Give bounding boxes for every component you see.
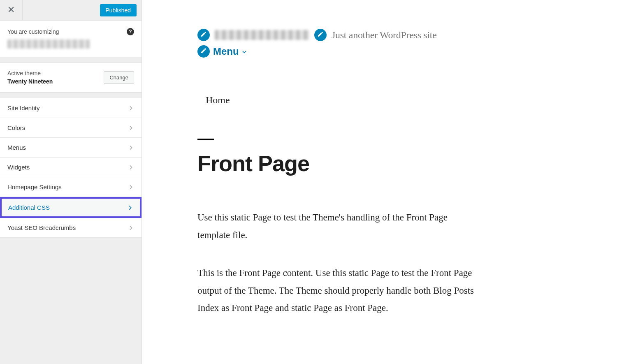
sidebar-item-label: Widgets [7,164,30,171]
pencil-icon [200,47,207,56]
chevron-right-icon [128,105,134,111]
chevron-right-icon [128,225,134,231]
menu-dropdown[interactable]: Menu [213,46,247,57]
sidebar-item-label: Site Identity [7,104,39,111]
content-paragraph: Use this static Page to test the Theme's… [197,209,477,244]
sidebar-item-homepage-settings[interactable]: Homepage Settings [0,177,141,197]
chevron-right-icon [128,184,134,190]
published-button[interactable]: Published [100,4,137,16]
site-menu-row: Menu [197,45,601,58]
edit-tagline-button[interactable] [314,29,327,41]
sidebar-topbar: Published [0,0,141,21]
sidebar-item-additional-css[interactable]: Additional CSS [0,197,141,218]
preview-pane: Just another WordPress site Menu Home Fr… [142,0,617,364]
menu-label: Menu [213,46,239,57]
title-divider [197,139,214,140]
chevron-right-icon [127,204,133,211]
site-tagline: Just another WordPress site [332,30,437,41]
pencil-icon [200,31,207,39]
help-icon[interactable]: ? [127,28,134,35]
change-theme-button[interactable]: Change [104,71,134,84]
customizer-sidebar: Published You are customizing ? Active t… [0,0,142,364]
sidebar-fill [0,238,141,364]
site-header: Just another WordPress site [197,29,601,41]
sidebar-item-label: Homepage Settings [7,183,62,190]
sidebar-item-label: Menus [7,144,26,151]
site-name-redacted [7,39,90,49]
sidebar-item-menus[interactable]: Menus [0,138,141,158]
active-theme-block: Active theme Twenty Nineteen Change [0,63,141,93]
chevron-right-icon [128,144,134,151]
page-title: Front Page [197,151,601,176]
spacer [0,57,141,63]
edit-site-title-button[interactable] [197,29,210,41]
active-theme-label: Active theme [7,70,53,78]
sidebar-item-site-identity[interactable]: Site Identity [0,98,141,118]
sidebar-item-label: Colors [7,124,25,131]
sidebar-item-yoast-breadcrumbs[interactable]: Yoast SEO Breadcrumbs [0,218,141,238]
content-paragraph: This is the Front Page content. Use this… [197,264,477,317]
customizing-block: You are customizing ? [0,21,141,57]
chevron-right-icon [128,164,134,171]
close-button[interactable] [0,0,23,20]
edit-menu-button[interactable] [197,45,210,58]
close-icon [7,6,15,15]
customizing-label: You are customizing [7,28,59,35]
breadcrumb[interactable]: Home [206,95,601,106]
chevron-down-icon [241,46,247,57]
pencil-icon [317,31,324,39]
active-theme-name: Twenty Nineteen [7,78,53,85]
sidebar-item-label: Additional CSS [8,204,50,211]
spacer [0,93,141,98]
chevron-right-icon [128,125,134,131]
sidebar-item-widgets[interactable]: Widgets [0,158,141,177]
menu-list: Site Identity Colors Menus Widgets Homep… [0,98,141,238]
site-title-redacted [215,30,309,40]
sidebar-item-colors[interactable]: Colors [0,118,141,138]
sidebar-item-label: Yoast SEO Breadcrumbs [7,224,76,231]
